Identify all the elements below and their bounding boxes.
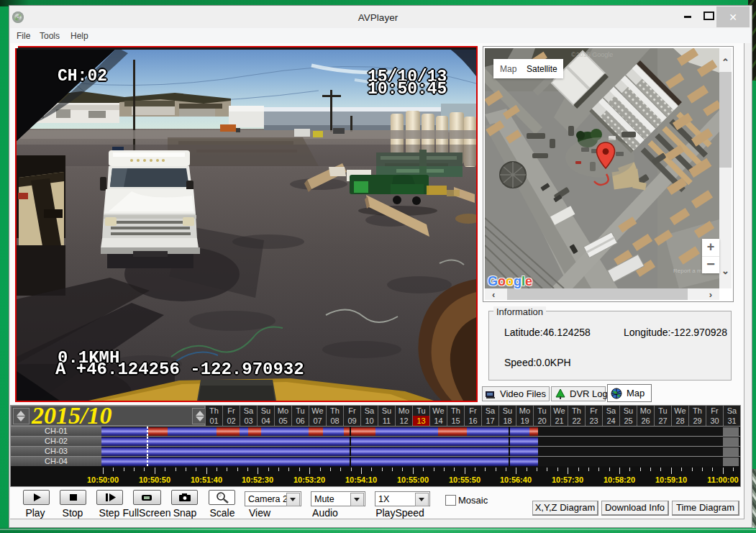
svg-text:©2015 Google: ©2015 Google (571, 51, 613, 58)
